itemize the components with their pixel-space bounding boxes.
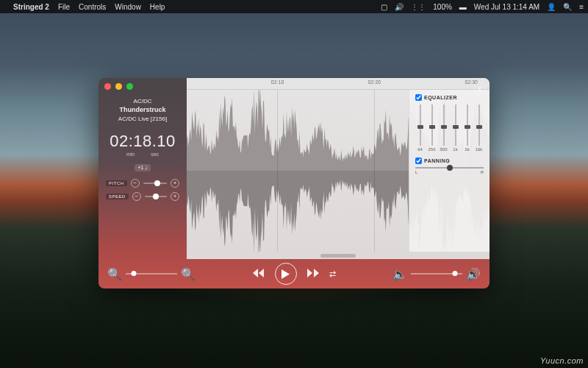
zoom-in-icon[interactable]: 🔍 — [181, 267, 196, 281]
window-zoom-button[interactable] — [126, 83, 133, 90]
ruler-mark: 02:20 — [368, 79, 381, 85]
pitch-slider[interactable] — [143, 183, 168, 184]
speed-slider[interactable] — [145, 196, 167, 197]
menubar-item-help[interactable]: Help — [150, 3, 165, 11]
sidebar: AC/DC Thunderstruck AC/DC Live [2156] 02… — [98, 78, 187, 259]
zoom-slider-thumb[interactable] — [131, 271, 136, 276]
menubar-item-controls[interactable]: Controls — [79, 3, 106, 11]
panning-thumb[interactable] — [447, 165, 453, 171]
volume-high-icon: 🔊 — [466, 267, 481, 281]
panning-toggle[interactable] — [415, 158, 422, 164]
macos-menubar: Stringed 2 File Controls Window Help ▢ 🔊… — [0, 0, 588, 13]
fast-forward-button[interactable] — [307, 267, 319, 280]
menubar-item-file[interactable]: File — [58, 3, 70, 11]
eq-band-1k[interactable]: 1k — [451, 105, 460, 152]
app-window: ✕ AC/DC Thunderstruck AC/DC Live [2156] … — [98, 78, 490, 289]
track-title: Thunderstruck — [106, 105, 179, 115]
equalizer-toggle[interactable] — [415, 94, 422, 101]
eq-band-64[interactable]: 64 — [415, 105, 425, 152]
eq-band-2k[interactable]: 2k — [462, 105, 472, 152]
pitch-badge: +1 ♩ — [135, 164, 151, 171]
pitch-decrease-button[interactable]: − — [131, 179, 140, 188]
eq-band-500[interactable]: 500 — [439, 105, 448, 152]
speed-slider-thumb[interactable] — [153, 194, 159, 199]
equalizer-label: EQUALIZER — [424, 95, 457, 100]
volume-icon[interactable]: 🔊 — [395, 3, 404, 11]
play-button[interactable] — [275, 263, 297, 285]
window-traffic-lights — [104, 83, 133, 90]
transport-bar: 🔍 🔍 ⇄ 🔈 🔊 — [98, 259, 490, 289]
track-metadata: AC/DC Thunderstruck AC/DC Live [2156] — [106, 97, 179, 123]
eq-panel: EQUALIZER 642505001k2k16k PANNING L — [409, 90, 490, 252]
menubar-app-name[interactable]: Stringed 2 — [13, 3, 49, 11]
zoom-slider[interactable] — [126, 273, 177, 275]
speed-increase-button[interactable]: + — [171, 192, 179, 201]
time-ruler[interactable]: 02:10 02:20 02:30 — [187, 78, 490, 90]
eq-band-250[interactable]: 250 — [427, 105, 437, 152]
zoom-out-icon[interactable]: 🔍 — [107, 267, 122, 281]
pitch-control: PITCH − + — [106, 179, 179, 188]
notification-center-icon[interactable]: ≡ — [579, 3, 584, 11]
eq-band-16k[interactable]: 16k — [474, 105, 484, 152]
track-album: AC/DC Live [2156] — [106, 115, 179, 123]
battery-icon: ▬ — [459, 3, 467, 11]
menubar-clock[interactable]: Wed Jul 13 1:14 AM — [474, 3, 539, 11]
window-close-button[interactable] — [104, 83, 111, 90]
panning-slider[interactable] — [415, 167, 484, 169]
eq-sliders: 642505001k2k16k — [415, 105, 484, 152]
menubar-item-window[interactable]: Window — [115, 3, 141, 11]
volume-low-icon: 🔈 — [392, 267, 407, 281]
ruler-mark: 02:10 — [271, 79, 284, 85]
time-sec-label: sec — [151, 152, 159, 157]
waveform-panel: 02:10 02:20 02:30 EQUALIZER 642505001k2k… — [187, 78, 490, 259]
panning-label: PANNING — [424, 158, 450, 163]
pitch-slider-thumb[interactable] — [154, 180, 160, 186]
spotlight-icon[interactable]: 🔍 — [563, 3, 572, 11]
panning-left-label: L — [415, 170, 417, 174]
wifi-icon[interactable]: ⋮⋮ — [411, 3, 426, 11]
rewind-button[interactable] — [253, 267, 265, 280]
battery-status[interactable]: 100% — [433, 3, 452, 11]
panel-close-button[interactable]: ✕ — [473, 82, 485, 94]
watermark: Yuucn.com — [540, 356, 584, 365]
loop-button[interactable]: ⇄ — [329, 269, 336, 279]
speed-label: SPEED — [106, 194, 129, 199]
airplay-icon[interactable]: ▢ — [381, 3, 387, 11]
window-minimize-button[interactable] — [115, 83, 122, 90]
volume-slider[interactable] — [411, 273, 462, 275]
user-icon[interactable]: 👤 — [547, 3, 556, 11]
pitch-label: PITCH — [106, 180, 127, 186]
volume-slider-thumb[interactable] — [452, 271, 457, 276]
desktop-background: Stringed 2 File Controls Window Help ▢ 🔊… — [0, 0, 588, 368]
time-display: 02:18.10 — [106, 132, 179, 151]
speed-decrease-button[interactable]: − — [132, 192, 141, 201]
pitch-increase-button[interactable]: + — [171, 179, 179, 188]
track-artist: AC/DC — [106, 97, 179, 105]
speed-control: SPEED − + — [106, 192, 179, 201]
panning-right-label: R — [481, 170, 484, 174]
waveform-scrollbar[interactable] — [320, 254, 356, 258]
time-min-label: min — [126, 152, 135, 157]
